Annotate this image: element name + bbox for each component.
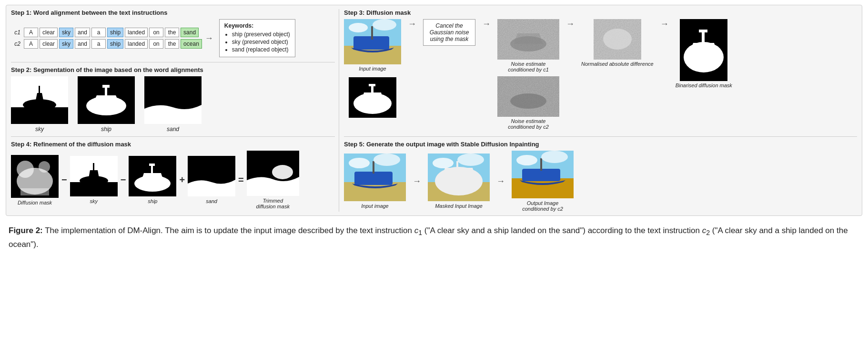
step5-heading: Step 5: Generate the output image with S…: [344, 141, 857, 148]
step3-arrow1: →: [408, 19, 416, 29]
keywords-title: Keywords:: [224, 22, 290, 29]
svg-point-74: [541, 151, 568, 163]
svg-point-73: [516, 155, 537, 165]
step5-arrow2: →: [496, 176, 505, 186]
step5-output: Output Imageconditioned by c2: [512, 151, 574, 212]
svg-point-67: [433, 158, 454, 168]
word-clear-c1: clear: [40, 28, 58, 37]
diagram-area: Step 1: Word alignment between the text …: [6, 5, 862, 216]
keyword-sky: sky (preserved object): [232, 39, 290, 45]
sand-label: sand: [167, 126, 179, 133]
word-sky-c2: sky: [59, 39, 73, 49]
svg-rect-55: [699, 30, 707, 32]
op-minus1: −: [61, 174, 67, 185]
caption-text2: ("A clear sky and a ship landed on the s…: [424, 226, 702, 235]
step4-sand-label: sand: [206, 198, 217, 204]
c1-row: c1 A clear sky and a ship landed on the …: [11, 28, 202, 37]
diffusion-mask-label: Diffusion mask: [18, 200, 52, 205]
step4-sky-label: sky: [90, 198, 98, 204]
step5-masked-img: [428, 154, 490, 201]
word-A-c1: A: [24, 28, 38, 37]
step5-arrow1: →: [413, 176, 421, 186]
step2-section: Step 2: Segmentation of the image based …: [11, 62, 335, 133]
step3-content: Input image: [344, 19, 857, 130]
trimmed-mask-label: Trimmeddiffusion mask: [256, 198, 290, 209]
noise-c1: Noise estimateconditioned by c1: [497, 19, 559, 72]
svg-rect-70: [512, 178, 574, 198]
word-ocean-c2: ocean: [181, 39, 202, 49]
svg-point-15: [39, 161, 50, 173]
svg-marker-65: [441, 168, 476, 181]
word-a-c2: a: [91, 39, 106, 49]
word-on-c1: on: [149, 28, 163, 37]
ship-silhouette: [78, 76, 135, 124]
word-clear-c2: clear: [40, 39, 58, 49]
step3-section: Step 3: Diffusion mask: [344, 9, 857, 130]
step4-ship: ship: [129, 156, 176, 204]
svg-point-29: [272, 165, 293, 179]
diffusion-mask-img: [11, 155, 59, 198]
step1-arrow: →: [205, 33, 213, 43]
svg-rect-10: [102, 85, 110, 88]
sky-silhouette: [11, 76, 68, 124]
noise-c2: Noise estimateconditioned by c2: [497, 76, 559, 130]
svg-rect-4: [39, 86, 40, 95]
noise-c2-label: Noise estimateconditioned by c2: [508, 118, 549, 130]
noise-c1-label: Noise estimateconditioned by c1: [508, 61, 549, 72]
step4-sand-img: [188, 156, 235, 196]
seg-images: sky ship: [11, 76, 335, 133]
keywords-box: Keywords: ship (preserved object) sky (p…: [219, 19, 295, 57]
svg-rect-21: [93, 163, 94, 172]
left-panel: Step 1: Word alignment between the text …: [11, 9, 335, 212]
main-container: Step 1: Word alignment between the text …: [0, 0, 868, 257]
svg-point-35: [373, 19, 396, 31]
word-landed-c2: landed: [125, 39, 148, 49]
step5-input-img: [344, 154, 406, 201]
svg-marker-20: [88, 170, 100, 181]
seg-ship: ship: [78, 76, 135, 133]
keyword-sand: sand (replaced object): [232, 46, 290, 53]
op-eq: =: [238, 174, 244, 185]
svg-rect-58: [354, 172, 393, 185]
step5-input-label: Input image: [361, 203, 388, 209]
sand-silhouette: [144, 76, 202, 124]
step4-heading: Step 4: Refinement of the diffusion mask: [11, 141, 335, 148]
step3-input-col: Input image: [344, 19, 401, 118]
step2-heading: Step 2: Segmentation of the image based …: [11, 66, 335, 73]
step5-masked-label: Masked Input Image: [435, 203, 483, 209]
svg-marker-44: [514, 33, 543, 44]
op-plus: +: [179, 174, 185, 185]
right-panel-inner: Step 3: Diffusion mask: [344, 9, 857, 212]
diff-col: Normalised absolute difference: [581, 19, 654, 67]
c1-label: c1: [11, 29, 20, 36]
c2-row: c2 A clear sky and a ship landed on the …: [11, 39, 202, 49]
trimmed-mask-img: [247, 151, 299, 196]
step3-noises-col: Noise estimateconditioned by c1 Noise es…: [497, 19, 559, 130]
word-sand-c1: sand: [181, 28, 199, 37]
svg-point-47: [510, 93, 546, 109]
word-on-c2: on: [149, 39, 163, 49]
step4-ship-img: [129, 156, 176, 196]
word-and-c1: and: [75, 28, 90, 37]
svg-rect-33: [371, 26, 373, 40]
binarised-img: [680, 19, 727, 81]
step5-output-img: [512, 151, 574, 198]
word-sky-c1: sky: [59, 28, 73, 37]
step5-flow: Input image →: [344, 151, 857, 212]
step3-right-results: Normalised absolute difference: [581, 19, 654, 67]
step1-row: c1 A clear sky and a ship landed on the …: [11, 19, 335, 57]
step5-output-label: Output Imageconditioned by c2: [522, 200, 563, 212]
svg-marker-53: [689, 43, 718, 57]
step4-sand: sand: [188, 156, 235, 204]
word-rows: c1 A clear sky and a ship landed on the …: [11, 28, 202, 49]
svg-point-14: [17, 161, 34, 178]
svg-rect-66: [456, 161, 458, 174]
op-minus2: −: [121, 174, 126, 185]
word-and-c2: and: [75, 39, 90, 49]
svg-point-34: [349, 23, 368, 32]
keywords-list: ship (preserved object) sky (preserved o…: [224, 31, 290, 53]
cancel-text: Cancel the Gaussian noise using the mask: [430, 22, 469, 42]
step4-section: Step 4: Refinement of the diffusion mask…: [11, 136, 335, 209]
svg-rect-72: [540, 158, 542, 171]
input-label: Input image: [359, 66, 386, 72]
